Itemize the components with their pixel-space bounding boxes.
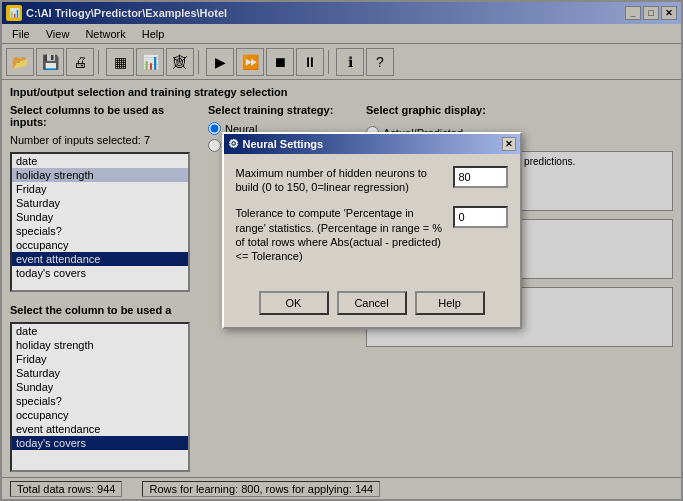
dialog-buttons: OK Cancel Help: [224, 287, 520, 327]
dialog-close-button[interactable]: ✕: [502, 137, 516, 151]
field-2-label: Tolerance to compute 'Percentage in rang…: [236, 206, 445, 263]
neural-settings-dialog: ⚙ Neural Settings ✕ Maximum number of hi…: [222, 132, 522, 330]
dialog-icon: ⚙: [228, 137, 239, 151]
field-1-label: Maximum number of hidden neurons to buil…: [236, 166, 445, 195]
dialog-body: Maximum number of hidden neurons to buil…: [224, 154, 520, 288]
modal-overlay: ⚙ Neural Settings ✕ Maximum number of hi…: [2, 2, 681, 499]
cancel-button[interactable]: Cancel: [337, 291, 407, 315]
dialog-title: Neural Settings: [243, 138, 324, 150]
ok-button[interactable]: OK: [259, 291, 329, 315]
field-1-row: Maximum number of hidden neurons to buil…: [236, 166, 508, 195]
field-2-row: Tolerance to compute 'Percentage in rang…: [236, 206, 508, 263]
tolerance-input[interactable]: [453, 206, 508, 228]
hidden-neurons-input[interactable]: [453, 166, 508, 188]
help-button[interactable]: Help: [415, 291, 485, 315]
dialog-title-bar: ⚙ Neural Settings ✕: [224, 134, 520, 154]
